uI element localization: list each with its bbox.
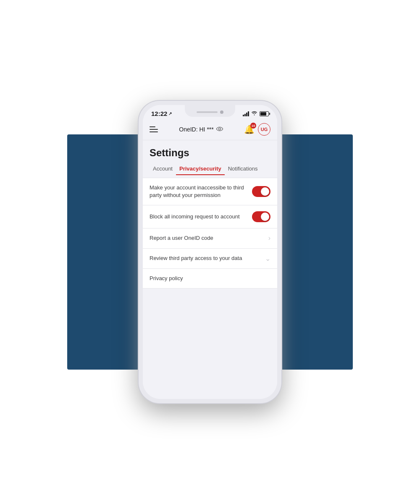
toggle-knob <box>261 187 269 196</box>
phone-outer: 12:22 ↗ <box>139 101 281 403</box>
avatar: UG <box>258 123 270 136</box>
status-icons <box>243 110 269 117</box>
signal-icon <box>243 111 249 116</box>
header-center: OneID: HI *** <box>179 126 223 133</box>
item-label: Report a user OneID code <box>150 234 268 242</box>
bell-wrapper[interactable]: 🔔 10 <box>244 124 255 134</box>
block-incoming-toggle[interactable] <box>252 211 270 222</box>
item-label: Review third party access to your data <box>150 255 265 262</box>
list-item[interactable]: Make your account inaccessibe to third p… <box>143 178 277 205</box>
notch <box>185 105 235 117</box>
header-right: 🔔 10 UG <box>244 123 270 136</box>
item-label: Privacy policy <box>150 275 270 282</box>
item-label: Make your account inaccessibe to third p… <box>150 184 252 199</box>
tabs-row: Account Privacy/security Notifications <box>143 163 277 175</box>
one-id-label: OneID: HI *** <box>179 126 213 133</box>
notch-line <box>197 111 218 113</box>
avatar-initials: UG <box>261 127 268 132</box>
item-label: Block all incoming request to account <box>150 213 252 220</box>
page-content: Settings Account Privacy/security Notifi… <box>143 140 277 399</box>
phone-inner: 12:22 ↗ <box>143 105 277 399</box>
app-header: OneID: HI *** 🔔 10 <box>143 120 277 140</box>
third-party-toggle[interactable] <box>252 186 270 197</box>
settings-list: Make your account inaccessibe to third p… <box>143 178 277 289</box>
bottom-area <box>143 289 277 339</box>
chevron-right-icon: › <box>268 234 270 242</box>
bell-badge: 10 <box>250 123 256 129</box>
list-item[interactable]: Report a user OneID code › <box>143 228 277 248</box>
tab-account[interactable]: Account <box>150 163 176 175</box>
list-item[interactable]: Review third party access to your data ⌄ <box>143 249 277 269</box>
svg-point-0 <box>218 128 220 130</box>
eye-icon[interactable] <box>216 126 223 133</box>
battery-icon <box>260 111 269 116</box>
page-title: Settings <box>143 140 277 163</box>
chevron-down-icon: ⌄ <box>265 255 270 262</box>
phone-wrapper: 12:22 ↗ <box>139 101 281 403</box>
list-item[interactable]: Block all incoming request to account <box>143 205 277 228</box>
list-item[interactable]: Privacy policy <box>143 269 277 289</box>
time-display: 12:22 <box>151 110 167 117</box>
background-scene: 12:22 ↗ <box>0 0 420 504</box>
location-arrow-icon: ↗ <box>168 111 172 116</box>
notch-camera <box>220 110 223 114</box>
tab-notifications[interactable]: Notifications <box>225 163 261 175</box>
status-time: 12:22 ↗ <box>151 110 172 117</box>
tab-privacy-security[interactable]: Privacy/security <box>176 163 225 175</box>
hamburger-menu-icon[interactable] <box>150 126 158 132</box>
wifi-icon <box>251 110 257 117</box>
toggle-knob <box>261 213 269 221</box>
